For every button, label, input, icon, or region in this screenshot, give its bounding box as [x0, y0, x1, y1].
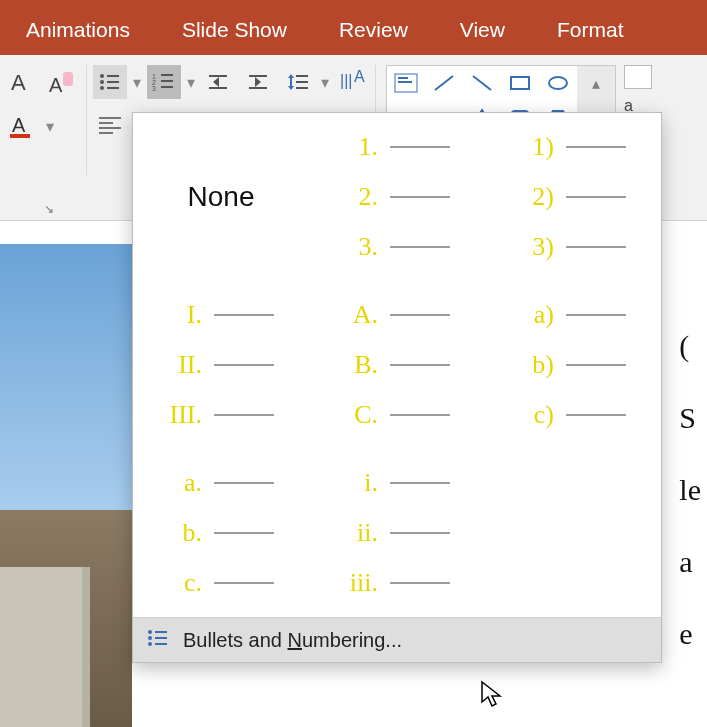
window-accent-bar	[0, 0, 707, 5]
line-spacing-button[interactable]	[281, 65, 315, 99]
svg-point-9	[100, 86, 104, 90]
tab-animations[interactable]: Animations	[0, 5, 156, 55]
svg-rect-22	[249, 87, 267, 89]
tab-slide-show[interactable]: Slide Show	[156, 5, 313, 55]
shape-line2-icon[interactable]	[463, 66, 501, 100]
slide-text-fragment: ( S le a e	[679, 310, 701, 670]
numbering-option-alpha-lower-period[interactable]: a. b. c.	[133, 449, 309, 617]
svg-rect-18	[209, 75, 227, 77]
none-label: None	[188, 181, 255, 213]
svg-rect-52	[155, 631, 167, 633]
svg-point-7	[100, 80, 104, 84]
svg-text:A: A	[354, 68, 365, 85]
numbering-option-roman-upper[interactable]: I. II. III.	[133, 281, 309, 449]
font-color-button[interactable]: A	[6, 109, 40, 143]
svg-rect-12	[161, 74, 173, 76]
svg-line-44	[435, 76, 453, 90]
svg-text:3: 3	[152, 85, 156, 92]
svg-rect-31	[99, 127, 121, 129]
svg-rect-26	[296, 87, 308, 89]
increase-font-button[interactable]: A	[6, 65, 40, 99]
numbering-option-alpha-upper[interactable]: A. B. C.	[309, 281, 485, 449]
svg-rect-8	[107, 81, 119, 83]
svg-text:A: A	[49, 74, 63, 96]
shape-textbox-icon[interactable]	[387, 66, 425, 100]
svg-rect-19	[209, 87, 227, 89]
svg-rect-14	[161, 80, 173, 82]
svg-point-53	[148, 636, 152, 640]
shape-rect-icon[interactable]	[501, 66, 539, 100]
slide-image	[0, 244, 132, 727]
text-direction-button[interactable]: |||A	[335, 65, 369, 99]
clear-formatting-button[interactable]: A	[46, 65, 80, 99]
svg-point-51	[148, 630, 152, 634]
svg-rect-4	[10, 134, 30, 138]
svg-text:A: A	[11, 70, 26, 95]
svg-point-47	[549, 77, 567, 89]
svg-rect-29	[99, 117, 121, 119]
tab-review[interactable]: Review	[313, 5, 434, 55]
ribbon-separator	[86, 65, 87, 175]
numbering-option-none[interactable]: None	[133, 113, 309, 281]
bullets-numbering-icon	[147, 629, 169, 651]
increase-indent-button[interactable]	[241, 65, 275, 99]
svg-point-5	[100, 74, 104, 78]
bullets-button[interactable]	[93, 65, 127, 99]
shape-line-icon[interactable]	[425, 66, 463, 100]
svg-text:|||: |||	[340, 72, 352, 89]
svg-rect-54	[155, 637, 167, 639]
svg-rect-24	[296, 75, 308, 77]
shapes-scroll-up[interactable]: ▴	[577, 66, 615, 100]
svg-rect-25	[296, 81, 308, 83]
numbering-dropdown: None 1. 2. 3. 1) 2) 3) I. II. III.	[132, 112, 662, 663]
svg-line-45	[473, 76, 491, 90]
numbering-button[interactable]: 123	[147, 65, 181, 99]
shape-oval-icon[interactable]	[539, 66, 577, 100]
bullets-and-numbering-label: Bullets and Numbering...	[183, 629, 402, 652]
svg-rect-10	[107, 87, 119, 89]
svg-rect-16	[161, 86, 173, 88]
svg-text:A: A	[12, 114, 26, 136]
svg-rect-1	[63, 72, 73, 86]
tab-format[interactable]: Format	[531, 5, 650, 55]
tab-view[interactable]: View	[434, 5, 531, 55]
svg-rect-32	[99, 132, 113, 134]
svg-point-55	[148, 642, 152, 646]
numbering-option-1-period[interactable]: 1. 2. 3.	[309, 113, 485, 281]
svg-marker-20	[255, 77, 261, 87]
svg-rect-21	[249, 75, 267, 77]
numbering-option-alpha-lower-paren[interactable]: a) b) c)	[485, 281, 661, 449]
shape-fill-swatch[interactable]	[624, 65, 652, 89]
decrease-indent-button[interactable]	[201, 65, 235, 99]
svg-marker-17	[213, 77, 219, 87]
ribbon-tabs: Animations Slide Show Review View Format	[0, 5, 707, 55]
numbering-option-roman-lower[interactable]: i. ii. iii.	[309, 449, 485, 617]
numbering-option-1-paren[interactable]: 1) 2) 3)	[485, 113, 661, 281]
align-left-button[interactable]	[93, 109, 127, 143]
svg-rect-46	[511, 77, 529, 89]
svg-rect-56	[155, 643, 167, 645]
svg-rect-42	[398, 77, 408, 79]
svg-rect-23	[290, 77, 292, 87]
svg-rect-30	[99, 122, 113, 124]
bullets-and-numbering-menu-item[interactable]: Bullets and Numbering...	[133, 617, 661, 662]
svg-rect-43	[398, 81, 412, 83]
svg-rect-6	[107, 75, 119, 77]
